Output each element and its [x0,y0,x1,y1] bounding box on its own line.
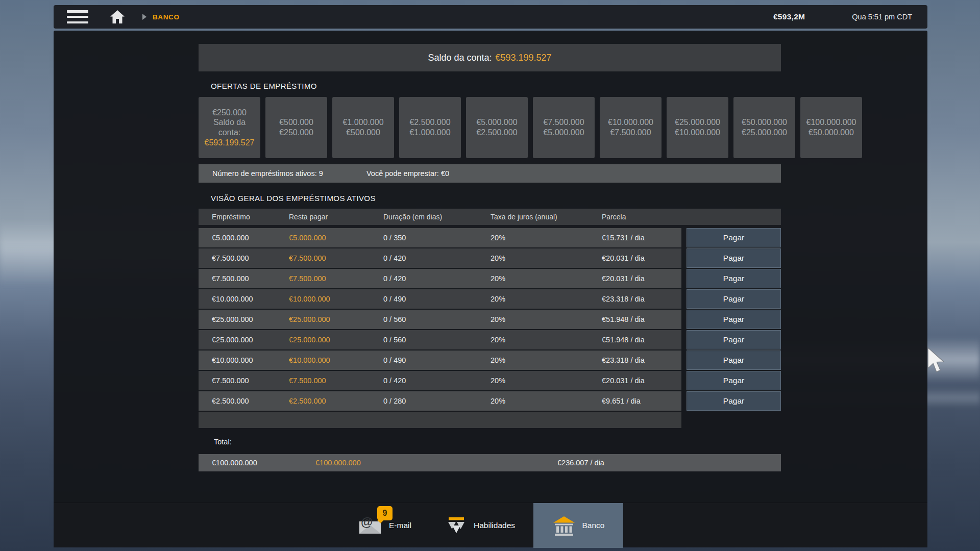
duration: 0 / 490 [383,295,406,303]
home-icon [110,10,125,24]
balance-label: Saldo da conta: [428,53,492,63]
interest-rate: 20% [491,336,505,344]
loan-amount: €7.500.000 [212,254,249,262]
borrow-limit: Você pode emprestar: €0 [366,169,449,178]
table-row: €7.500.000 €7.500.000 0 / 420 20% €20.03… [199,248,781,268]
pay-button[interactable]: Pagar [687,248,781,268]
loan-offer-card[interactable]: €2.500.000 €1.000.000 [399,97,461,158]
installment: €51.948 / dia [602,315,645,323]
total-remaining: €100.000.000 [315,459,361,467]
interest-rate: 20% [491,274,505,283]
installment: €9.651 / dia [602,397,641,405]
loan-offer-card[interactable]: €7.500.000 €5.000.000 [533,97,595,158]
row-values: €10.000.000 €10.000.000 0 / 490 20% €23.… [199,289,681,309]
loan-offer-card[interactable]: €50.000.000 €25.000.000 [733,97,795,158]
interest-rate: 20% [491,315,505,323]
tab-email-label: E-mail [389,521,411,530]
pay-button[interactable]: Pagar [687,310,781,329]
tab-skills[interactable]: Habilidades [446,503,515,548]
offer-balance-value: €593.199.527 [205,138,255,148]
interest-rate: 20% [491,254,505,262]
offer-amount: €100.000.000 [806,117,856,128]
screen: { "topbar": { "breadcrumb": "BANCO", "mo… [0,0,980,551]
table-row: €7.500.000 €7.500.000 0 / 420 20% €20.03… [199,371,781,390]
offers-section-title: OFERTAS DE EMPRÉSTIMO [211,82,317,90]
loan-amount: €2.500.000 [212,397,249,405]
offer-prev-amount: €7.500.000 [610,128,651,138]
clock-display: Qua 5:51 pm CDT [852,13,912,21]
offer-amount: €10.000.000 [608,117,653,128]
row-values: €7.500.000 €7.500.000 0 / 420 20% €20.03… [199,269,681,288]
pay-button[interactable]: Pagar [687,228,781,247]
pay-button[interactable]: Pagar [687,350,781,370]
loans-table-header: Empréstimo Resta pagar Duração (em dias)… [199,209,781,225]
pay-button[interactable]: Pagar [687,269,781,288]
loan-offer-card[interactable]: €10.000.000 €7.500.000 [600,97,662,158]
column-header-interest: Taxa de juros (anual) [491,213,557,221]
loan-offer-card[interactable]: €25.000.000 €10.000.000 [667,97,728,158]
installment: €15.731 / dia [602,234,645,242]
offer-amount: €250.000 [212,108,247,118]
duration: 0 / 280 [383,397,406,405]
table-row: €10.000.000 €10.000.000 0 / 490 20% €23.… [199,350,781,370]
offer-prev-amount: €1.000.000 [409,128,450,138]
total-loan: €100.000.000 [212,459,257,467]
offer-prev-amount: €250.000 [279,128,313,138]
pay-button[interactable]: Pagar [687,330,781,349]
installment: €23.318 / dia [602,356,645,364]
offer-prev-amount: €2.500.000 [476,128,517,138]
row-values: €25.000.000 €25.000.000 0 / 560 20% €51.… [199,310,681,329]
hamburger-icon [67,16,88,18]
interest-rate: 20% [491,295,505,303]
column-header-duration: Duração (em dias) [383,213,442,221]
remaining-amount: €25.000.000 [289,315,330,323]
interest-rate: 20% [491,377,505,385]
email-badge: 9 [377,506,393,520]
hamburger-icon [67,10,88,13]
remaining-amount: €7.500.000 [289,377,326,385]
balance-value: €593.199.527 [496,53,552,63]
row-values: €7.500.000 €7.500.000 0 / 420 20% €20.03… [199,248,681,268]
pay-button[interactable]: Pagar [687,289,781,309]
home-button[interactable] [110,10,125,24]
loan-amount: €10.000.000 [212,356,253,364]
offer-amount: €5.000.000 [476,117,517,128]
tab-bank[interactable]: Banco [533,503,623,548]
offer-prev-amount: €25.000.000 [742,128,787,138]
mouse-cursor [926,347,949,373]
duration: 0 / 350 [383,234,406,242]
table-row: €5.000.000 €5.000.000 0 / 350 20% €15.73… [199,228,781,247]
remaining-amount: €10.000.000 [289,295,330,303]
loan-amount: €7.500.000 [212,274,249,283]
offer-balance-label: Saldo da conta: [202,117,257,137]
total-installment: €236.007 / dia [557,459,604,467]
offer-amount: €7.500.000 [543,117,584,128]
svg-text:@: @ [361,515,373,529]
pay-button[interactable]: Pagar [687,391,781,411]
bank-icon [552,515,576,536]
installment: €20.031 / dia [602,377,645,385]
pay-button[interactable]: Pagar [687,371,781,390]
loan-offer-card[interactable]: €100.000.000 €50.000.000 [800,97,862,158]
column-header-loan: Empréstimo [212,213,250,221]
interest-rate: 20% [491,356,505,364]
duration: 0 / 420 [383,274,406,283]
row-values: €2.500.000 €2.500.000 0 / 280 20% €9.651… [199,391,681,411]
tab-bank-label: Banco [582,521,605,530]
loan-offer-card[interactable]: €1.000.000 €500.000 [332,97,394,158]
tab-email[interactable]: @ 9 E-mail [358,503,411,548]
row-values: €7.500.000 €7.500.000 0 / 420 20% €20.03… [199,371,681,390]
tab-skills-label: Habilidades [474,521,515,530]
loan-offer-card[interactable]: €250.000 Saldo da conta: €593.199.527 [199,97,260,158]
remaining-amount: €25.000.000 [289,336,330,344]
loan-offers-row: €250.000 Saldo da conta: €593.199.527 €5… [199,97,862,158]
table-row: €10.000.000 €10.000.000 0 / 490 20% €23.… [199,289,781,309]
interest-rate: 20% [491,397,505,405]
remaining-amount: €7.500.000 [289,274,326,283]
menu-button[interactable] [67,10,88,23]
top-bar: BANCO €593,2M Qua 5:51 pm CDT [54,5,927,29]
loan-offer-card[interactable]: €500.000 €250.000 [265,97,327,158]
loan-offer-card[interactable]: €5.000.000 €2.500.000 [466,97,528,158]
account-balance-bar: Saldo da conta: €593.199.527 [199,44,781,71]
table-row: €25.000.000 €25.000.000 0 / 560 20% €51.… [199,330,781,349]
